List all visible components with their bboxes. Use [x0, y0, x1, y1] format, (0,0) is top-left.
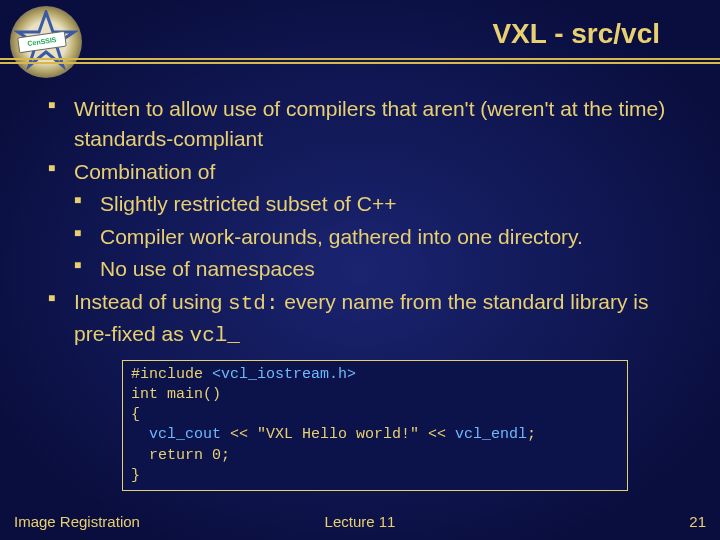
slide-number: 21 [689, 513, 706, 530]
code-block: #include <vcl_iostream.h> int main() { v… [122, 360, 628, 492]
bullet-text: Slightly restricted subset of C++ [100, 192, 396, 215]
sub-bullet: Slightly restricted subset of C++ [74, 189, 684, 219]
title-rule [0, 58, 720, 64]
slide-title: VXL - src/vcl [492, 18, 660, 50]
bullet-text: Instead of using std: every name from th… [74, 290, 649, 345]
bullet-text: Compiler work-arounds, gathered into one… [100, 225, 583, 248]
sub-bullet: No use of namespaces [74, 254, 684, 284]
bullet-text: Combination of [74, 160, 215, 183]
sub-bullet: Compiler work-arounds, gathered into one… [74, 222, 684, 252]
bullet: Instead of using std: every name from th… [48, 287, 684, 352]
footer-center: Lecture 11 [0, 513, 720, 530]
slide-body: Written to allow use of compilers that a… [48, 94, 684, 491]
bullet: Combination of Slightly restricted subse… [48, 157, 684, 285]
logo: CenSSIS [10, 6, 82, 78]
bullet: Written to allow use of compilers that a… [48, 94, 684, 155]
slide-header: CenSSIS VXL - src/vcl [0, 0, 720, 72]
bullet-text: Written to allow use of compilers that a… [74, 97, 665, 150]
bullet-text: No use of namespaces [100, 257, 315, 280]
